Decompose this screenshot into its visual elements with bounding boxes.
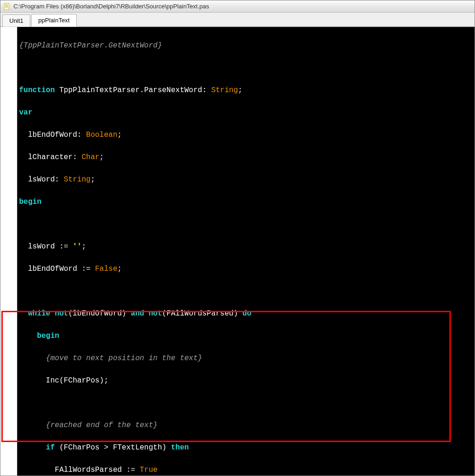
tab-unit1[interactable]: Unit1 [2, 14, 30, 27]
comment: {reached end of the text} [19, 421, 158, 429]
keyword-var: var [19, 108, 33, 117]
window-title: C:\Program Files (x86)\Borland\Delphi7\R… [13, 3, 209, 10]
tab-label: ppPlainText [38, 17, 69, 24]
tab-strip: Unit1 ppPlainText [0, 13, 475, 27]
code-area[interactable]: {TppPlainTextParser.GetNextWord} functio… [17, 27, 475, 476]
gutter [0, 27, 17, 476]
comment: {move to next position in the text} [19, 354, 202, 362]
tab-ppplaintext[interactable]: ppPlainText [31, 14, 76, 27]
keyword-begin: begin [19, 198, 41, 206]
editor: {TppPlainTextParser.GetNextWord} functio… [0, 27, 475, 476]
keyword-function: function [19, 86, 55, 94]
title-bar: C:\Program Files (x86)\Borland\Delphi7\R… [0, 0, 475, 13]
file-icon [3, 3, 11, 10]
tab-label: Unit1 [9, 17, 23, 24]
comment: {TppPlainTextParser.GetNextWord} [19, 41, 162, 50]
